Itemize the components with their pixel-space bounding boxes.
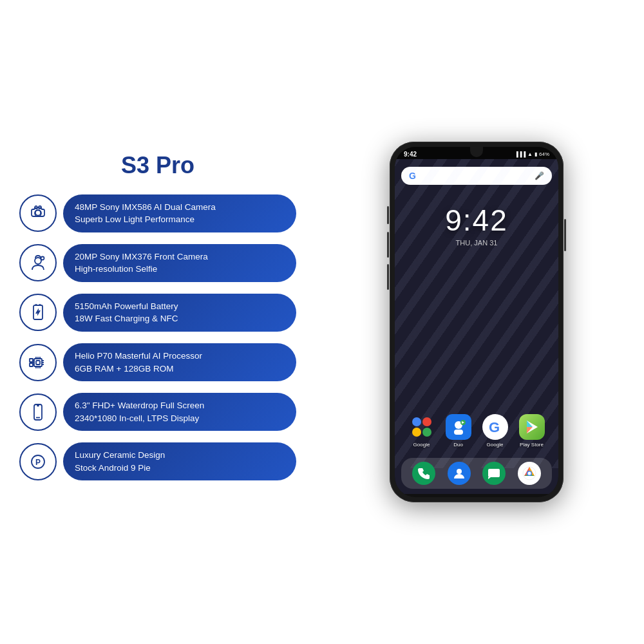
svg-text:P: P [35, 458, 41, 467]
svg-point-35 [422, 428, 431, 437]
svg-point-7 [41, 257, 44, 260]
svg-rect-25 [30, 363, 33, 366]
selfie-icon [28, 253, 48, 272]
svg-point-44 [457, 469, 462, 474]
feature-camera: 48MP Sony IMX586 AI Dual CameraSuperb Lo… [19, 194, 296, 232]
contacts-icon[interactable] [448, 462, 471, 485]
camera-icon [28, 204, 48, 223]
clock-widget: 9:42 THU, JAN 31 [395, 203, 558, 247]
battery-badge: 5150mAh Powerful Battery18W Fast Chargin… [63, 294, 296, 332]
duo-label: Duo [453, 442, 463, 448]
feature-display: 6.3" FHD+ Waterdrop Full Screen2340*1080… [19, 393, 296, 431]
play-store-label: Play Store [520, 442, 544, 448]
camera-icon-circle [19, 194, 57, 232]
svg-rect-26 [30, 359, 33, 362]
app-grid: Google Duo [395, 406, 558, 455]
svg-point-32 [412, 417, 421, 426]
google-apps-icon[interactable] [409, 414, 435, 440]
svg-point-50 [527, 472, 531, 475]
play-store-icon[interactable] [519, 414, 545, 440]
app-google-search[interactable]: G Google [478, 414, 511, 448]
signal-icon: ▐▐▐ [515, 151, 526, 157]
svg-rect-37 [454, 430, 463, 435]
svg-rect-45 [488, 469, 500, 477]
display-icon-circle [19, 393, 57, 431]
phone-screen-area: 9:42 ▐▐▐ ▲ ▮ 64% G 🎤 9:42 THU, JA [395, 147, 558, 497]
feature-battery: 5150mAh Powerful Battery18W Fast Chargin… [19, 294, 296, 332]
battery-percent: 64% [539, 151, 549, 157]
battery-text: 5150mAh Powerful Battery18W Fast Chargin… [75, 300, 285, 325]
svg-point-33 [422, 417, 431, 426]
svg-point-28 [37, 404, 39, 406]
google-search-bar[interactable]: G 🎤 [401, 167, 552, 185]
svg-point-34 [412, 428, 421, 437]
phone-panel: 9:42 ▐▐▐ ▲ ▮ 64% G 🎤 9:42 THU, JA [309, 0, 644, 644]
battery-icon-circle [19, 294, 57, 331]
dock-phone[interactable] [412, 462, 435, 485]
status-time: 9:42 [404, 151, 417, 158]
status-icons: ▐▐▐ ▲ ▮ 64% [515, 151, 549, 157]
cpu-icon-circle [19, 344, 57, 381]
display-text: 6.3" FHD+ Waterdrop Full Screen2340*1080… [75, 399, 285, 424]
processor-badge: Helio P70 Masterful AI Processor6GB RAM … [63, 343, 296, 381]
phone-call-icon[interactable] [412, 462, 435, 485]
messages-icon[interactable] [482, 462, 506, 485]
processor-text: Helio P70 Masterful AI Processor6GB RAM … [75, 350, 285, 375]
mic-icon: 🎤 [535, 171, 544, 180]
google-apps-label: Google [413, 442, 430, 448]
feature-processor: Helio P70 Masterful AI Processor6GB RAM … [19, 343, 296, 381]
cpu-icon [28, 353, 48, 372]
volume-down-button [387, 232, 389, 258]
display-badge: 6.3" FHD+ Waterdrop Full Screen2340*1080… [63, 393, 296, 431]
clock-date: THU, JAN 31 [395, 239, 558, 247]
app-google-apps[interactable]: Google [405, 414, 438, 448]
product-title: S3 Pro [19, 152, 296, 179]
android-text: Luxury Ceramic DesignStock Android 9 Pie [75, 449, 285, 474]
phone-dock [401, 458, 552, 489]
feature-android: P Luxury Ceramic DesignStock Android 9 P… [19, 442, 296, 480]
wifi-icon: ▲ [527, 151, 533, 157]
selfie-icon-circle [19, 244, 57, 281]
app-duo[interactable]: Duo [442, 414, 475, 448]
android-badge: Luxury Ceramic DesignStock Android 9 Pie [63, 442, 296, 480]
clock-time: 9:42 [395, 203, 558, 238]
battery-icon [28, 303, 48, 322]
camera-badge: 48MP Sony IMX586 AI Dual CameraSuperb Lo… [63, 194, 296, 232]
google-search-label: Google [487, 442, 504, 448]
camera-text: 48MP Sony IMX586 AI Dual CameraSuperb Lo… [75, 201, 285, 226]
phone-device: 9:42 ▐▐▐ ▲ ▮ 64% G 🎤 9:42 THU, JA [390, 142, 564, 502]
volume-up-button [387, 206, 389, 224]
android-icon-circle: P [19, 443, 57, 480]
duo-icon[interactable] [446, 414, 471, 440]
display-icon [28, 402, 48, 422]
features-panel: S3 Pro 48MP Sony IMX586 AI Dual CameraSu… [0, 0, 309, 644]
camera-button [387, 264, 389, 290]
svg-point-3 [35, 211, 41, 216]
google-search-icon[interactable]: G [482, 414, 508, 440]
selfie-badge: 20MP Sony IMX376 Front CameraHigh-resolu… [63, 244, 296, 282]
dock-contacts[interactable] [448, 462, 471, 485]
selfie-text: 20MP Sony IMX376 Front CameraHigh-resolu… [75, 251, 285, 276]
app-play-store[interactable]: Play Store [515, 414, 548, 448]
svg-text:G: G [489, 419, 500, 435]
google-g-logo: G [409, 171, 416, 181]
dock-chrome[interactable] [518, 462, 541, 485]
svg-rect-11 [34, 359, 42, 366]
phone-wallpaper: G 🎤 9:42 THU, JAN 31 [395, 159, 558, 494]
svg-point-6 [35, 258, 41, 264]
power-button [564, 219, 566, 251]
android-icon: P [28, 452, 48, 471]
chrome-icon[interactable] [518, 462, 541, 485]
dock-messages[interactable] [482, 462, 506, 485]
svg-rect-24 [36, 361, 40, 365]
feature-selfie: 20MP Sony IMX376 Front CameraHigh-resolu… [19, 244, 296, 282]
battery-status-icon: ▮ [535, 151, 537, 157]
svg-marker-46 [488, 477, 491, 479]
